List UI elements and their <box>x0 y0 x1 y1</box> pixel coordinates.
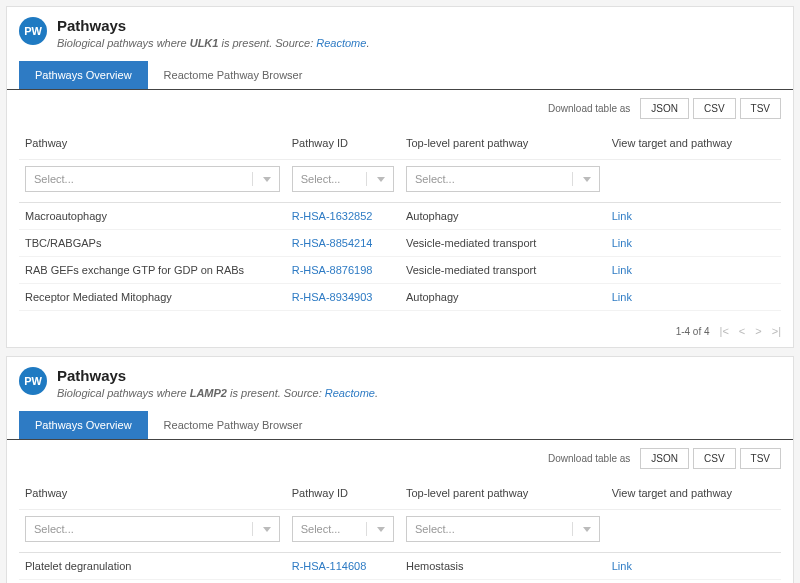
select-divider <box>366 522 367 536</box>
cell-view-link[interactable]: Link <box>606 257 781 284</box>
cell-view-link[interactable]: Link <box>606 284 781 311</box>
filter-placeholder: Select... <box>301 523 341 535</box>
download-csv-button[interactable]: CSV <box>693 448 736 469</box>
download-tsv-button[interactable]: TSV <box>740 448 781 469</box>
cell-view-link[interactable]: Link <box>606 580 781 584</box>
col-pathway-id: Pathway ID <box>286 477 400 510</box>
cell-pathway-id[interactable]: R-HSA-1632852 <box>286 203 400 230</box>
filter-select[interactable]: Select... <box>25 166 280 192</box>
chevron-down-icon <box>583 177 591 182</box>
cell-parent: Autophagy <box>400 203 606 230</box>
filter-placeholder: Select... <box>34 523 74 535</box>
chevron-down-icon <box>583 527 591 532</box>
filter-placeholder: Select... <box>415 173 455 185</box>
select-divider <box>252 522 253 536</box>
pager-next-icon[interactable]: > <box>755 325 761 337</box>
cell-pathway-id[interactable]: R-HSA-8854214 <box>286 230 400 257</box>
cell-pathway-id[interactable]: R-HSA-6798695 <box>286 580 400 584</box>
pager-first-icon[interactable]: |< <box>720 325 729 337</box>
pathways-table: PathwayPathway IDTop-level parent pathwa… <box>19 127 781 311</box>
pager-status: 1-4 of 4 <box>676 326 710 337</box>
table-row: MacroautophagyR-HSA-1632852AutophagyLink <box>19 203 781 230</box>
tab-pathways-overview[interactable]: Pathways Overview <box>19 61 148 89</box>
cell-pathway: Macroautophagy <box>19 203 286 230</box>
col-view: View target and pathway <box>606 477 781 510</box>
panel-heading-block: PathwaysBiological pathways where LAMP2 … <box>57 367 378 399</box>
download-toolbar: Download table asJSONCSVTSV <box>7 90 793 127</box>
filter-select[interactable]: Select... <box>292 516 394 542</box>
chevron-down-icon <box>263 177 271 182</box>
download-json-button[interactable]: JSON <box>640 448 689 469</box>
download-toolbar: Download table asJSONCSVTSV <box>7 440 793 477</box>
pathways-panel: PWPathwaysBiological pathways where LAMP… <box>6 356 794 583</box>
chevron-down-icon <box>263 527 271 532</box>
cell-pathway: Neutrophil degranulation <box>19 580 286 584</box>
panel-badge: PW <box>19 17 47 45</box>
filter-select[interactable]: Select... <box>406 516 600 542</box>
filter-select[interactable]: Select... <box>292 166 394 192</box>
panel-subtitle: Biological pathways where LAMP2 is prese… <box>57 387 378 399</box>
filter-row: Select...Select...Select... <box>19 510 781 553</box>
source-link[interactable]: Reactome <box>325 387 375 399</box>
cell-parent: Hemostasis <box>400 553 606 580</box>
table-header-row: PathwayPathway IDTop-level parent pathwa… <box>19 477 781 510</box>
cell-parent: Immune System <box>400 580 606 584</box>
table-header-row: PathwayPathway IDTop-level parent pathwa… <box>19 127 781 160</box>
col-top-parent: Top-level parent pathway <box>400 477 606 510</box>
table-row: Neutrophil degranulationR-HSA-6798695Imm… <box>19 580 781 584</box>
cell-pathway: Receptor Mediated Mitophagy <box>19 284 286 311</box>
panel-subtitle: Biological pathways where ULK1 is presen… <box>57 37 369 49</box>
cell-pathway-id[interactable]: R-HSA-8876198 <box>286 257 400 284</box>
filter-select[interactable]: Select... <box>25 516 280 542</box>
cell-pathway-id[interactable]: R-HSA-114608 <box>286 553 400 580</box>
col-pathway: Pathway <box>19 477 286 510</box>
pager: 1-4 of 4|<<>>| <box>7 317 793 347</box>
panel-header: PWPathwaysBiological pathways where LAMP… <box>7 357 793 405</box>
download-tsv-button[interactable]: TSV <box>740 98 781 119</box>
filter-placeholder: Select... <box>301 173 341 185</box>
cell-view-link[interactable]: Link <box>606 553 781 580</box>
table-wrap: PathwayPathway IDTop-level parent pathwa… <box>7 127 793 317</box>
cell-pathway: TBC/RABGAPs <box>19 230 286 257</box>
panel-title: Pathways <box>57 367 378 385</box>
tab-pathways-overview[interactable]: Pathways Overview <box>19 411 148 439</box>
table-row: TBC/RABGAPsR-HSA-8854214Vesicle-mediated… <box>19 230 781 257</box>
tab-reactome-browser[interactable]: Reactome Pathway Browser <box>148 61 319 89</box>
cell-parent: Autophagy <box>400 284 606 311</box>
pager-last-icon[interactable]: >| <box>772 325 781 337</box>
download-json-button[interactable]: JSON <box>640 98 689 119</box>
chevron-down-icon <box>377 527 385 532</box>
download-csv-button[interactable]: CSV <box>693 98 736 119</box>
select-divider <box>366 172 367 186</box>
col-top-parent: Top-level parent pathway <box>400 127 606 160</box>
panel-header: PWPathwaysBiological pathways where ULK1… <box>7 7 793 55</box>
download-label: Download table as <box>548 103 630 114</box>
cell-pathway: Platelet degranulation <box>19 553 286 580</box>
table-row: Receptor Mediated MitophagyR-HSA-8934903… <box>19 284 781 311</box>
col-view: View target and pathway <box>606 127 781 160</box>
table-row: RAB GEFs exchange GTP for GDP on RABsR-H… <box>19 257 781 284</box>
cell-view-link[interactable]: Link <box>606 203 781 230</box>
panel-heading-block: PathwaysBiological pathways where ULK1 i… <box>57 17 369 49</box>
download-label: Download table as <box>548 453 630 464</box>
cell-parent: Vesicle-mediated transport <box>400 257 606 284</box>
filter-placeholder: Select... <box>34 173 74 185</box>
cell-parent: Vesicle-mediated transport <box>400 230 606 257</box>
panel-title: Pathways <box>57 17 369 35</box>
pathways-table: PathwayPathway IDTop-level parent pathwa… <box>19 477 781 583</box>
gene-symbol: ULK1 <box>190 37 219 49</box>
cell-pathway: RAB GEFs exchange GTP for GDP on RABs <box>19 257 286 284</box>
col-pathway: Pathway <box>19 127 286 160</box>
table-row: Platelet degranulationR-HSA-114608Hemost… <box>19 553 781 580</box>
select-divider <box>572 522 573 536</box>
select-divider <box>572 172 573 186</box>
tab-reactome-browser[interactable]: Reactome Pathway Browser <box>148 411 319 439</box>
filter-select[interactable]: Select... <box>406 166 600 192</box>
source-link[interactable]: Reactome <box>316 37 366 49</box>
pathways-panel: PWPathwaysBiological pathways where ULK1… <box>6 6 794 348</box>
tab-strip: Pathways OverviewReactome Pathway Browse… <box>7 61 793 90</box>
pager-prev-icon[interactable]: < <box>739 325 745 337</box>
cell-view-link[interactable]: Link <box>606 230 781 257</box>
table-wrap: PathwayPathway IDTop-level parent pathwa… <box>7 477 793 583</box>
cell-pathway-id[interactable]: R-HSA-8934903 <box>286 284 400 311</box>
